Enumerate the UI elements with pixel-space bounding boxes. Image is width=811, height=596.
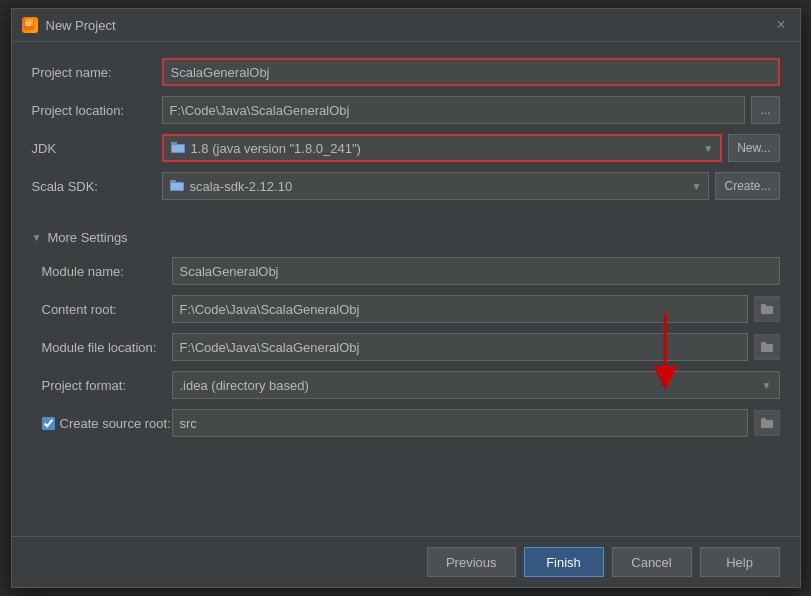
title-bar: IJ New Project × <box>12 9 800 42</box>
module-name-input[interactable] <box>172 257 780 285</box>
module-name-label: Module name: <box>42 264 172 279</box>
svg-rect-5 <box>172 145 184 152</box>
svg-rect-10 <box>761 304 766 307</box>
module-file-loc-label: Module file location: <box>42 340 172 355</box>
cancel-button[interactable]: Cancel <box>612 547 692 577</box>
module-file-loc-input-wrapper <box>172 333 780 361</box>
title-bar-left: IJ New Project <box>22 17 116 33</box>
svg-rect-12 <box>761 342 766 345</box>
finish-button[interactable]: Finish <box>524 547 604 577</box>
content-root-label: Content root: <box>42 302 172 317</box>
previous-button[interactable]: Previous <box>427 547 516 577</box>
more-settings-label: More Settings <box>47 230 127 245</box>
section-triangle-icon: ▼ <box>32 232 42 243</box>
project-location-row: Project location: ... <box>32 96 780 124</box>
project-location-browse-btn[interactable]: ... <box>751 96 779 124</box>
svg-rect-14 <box>761 418 766 421</box>
project-format-value: .idea (directory based) <box>180 378 309 393</box>
scala-sdk-label: Scala SDK: <box>32 179 162 194</box>
project-format-dropdown-wrapper: .idea (directory based) ▼ <box>172 371 780 399</box>
svg-rect-7 <box>170 180 176 183</box>
project-location-label: Project location: <box>32 103 162 118</box>
svg-rect-13 <box>761 420 773 428</box>
scala-sdk-folder-icon <box>170 179 184 194</box>
dialog-body: Project name: Project location: ... JDK <box>12 42 800 536</box>
app-icon: IJ <box>22 17 38 33</box>
project-name-input[interactable] <box>162 58 780 86</box>
more-settings-content: Module name: Content root: <box>42 257 780 447</box>
create-source-root-row: Create source root: <box>42 409 780 437</box>
dialog-footer: Previous Finish Cancel Help <box>12 536 800 587</box>
project-location-input[interactable] <box>162 96 746 124</box>
jdk-value: 1.8 (java version "1.8.0_241") <box>191 141 361 156</box>
svg-text:IJ: IJ <box>26 21 30 27</box>
jdk-label: JDK <box>32 141 162 156</box>
svg-rect-9 <box>761 306 773 314</box>
scala-sdk-dropdown[interactable]: scala-sdk-2.12.10 ▼ <box>162 172 710 200</box>
dialog-title: New Project <box>46 18 116 33</box>
svg-rect-8 <box>171 183 183 190</box>
module-name-input-wrapper <box>172 257 780 285</box>
create-source-root-label-text: Create source root: <box>60 416 171 431</box>
help-button[interactable]: Help <box>700 547 780 577</box>
jdk-folder-icon <box>171 141 185 156</box>
module-file-loc-row: Module file location: <box>42 333 780 361</box>
project-location-input-wrapper: ... <box>162 96 780 124</box>
create-source-root-checkbox-label: Create source root: <box>42 416 172 431</box>
more-settings-header[interactable]: ▼ More Settings <box>32 230 780 245</box>
jdk-row: JDK 1.8 (java version "1.8.0_241") <box>32 134 780 162</box>
project-name-input-wrapper <box>162 58 780 86</box>
source-root-input-wrapper <box>172 409 780 437</box>
project-format-label: Project format: <box>42 378 172 393</box>
module-file-loc-input[interactable] <box>172 333 748 361</box>
close-button[interactable]: × <box>772 15 789 35</box>
svg-rect-4 <box>171 142 177 145</box>
svg-rect-11 <box>761 344 773 352</box>
scala-sdk-create-btn[interactable]: Create... <box>715 172 779 200</box>
create-source-root-checkbox[interactable] <box>42 417 55 430</box>
project-format-chevron-icon: ▼ <box>762 380 772 391</box>
project-format-row: Project format: .idea (directory based) … <box>42 371 780 399</box>
content-root-browse-btn[interactable] <box>754 296 780 322</box>
project-name-row: Project name: <box>32 58 780 86</box>
project-name-label: Project name: <box>32 65 162 80</box>
scala-sdk-row: Scala SDK: scala-sdk-2.12.10 ▼ <box>32 172 780 200</box>
content-root-row: Content root: <box>42 295 780 323</box>
source-root-input[interactable] <box>172 409 748 437</box>
scala-sdk-value: scala-sdk-2.12.10 <box>190 179 293 194</box>
content-root-input-wrapper <box>172 295 780 323</box>
jdk-dropdown-wrapper: 1.8 (java version "1.8.0_241") ▼ New... <box>162 134 780 162</box>
jdk-chevron-icon: ▼ <box>703 143 713 154</box>
content-root-input[interactable] <box>172 295 748 323</box>
module-file-loc-browse-btn[interactable] <box>754 334 780 360</box>
new-project-dialog: IJ New Project × Project name: Project l… <box>11 8 801 588</box>
scala-sdk-dropdown-wrapper: scala-sdk-2.12.10 ▼ Create... <box>162 172 780 200</box>
scala-sdk-chevron-icon: ▼ <box>692 181 702 192</box>
jdk-dropdown[interactable]: 1.8 (java version "1.8.0_241") ▼ <box>162 134 723 162</box>
jdk-new-btn[interactable]: New... <box>728 134 779 162</box>
source-root-browse-btn[interactable] <box>754 410 780 436</box>
module-name-row: Module name: <box>42 257 780 285</box>
project-format-dropdown[interactable]: .idea (directory based) ▼ <box>172 371 780 399</box>
